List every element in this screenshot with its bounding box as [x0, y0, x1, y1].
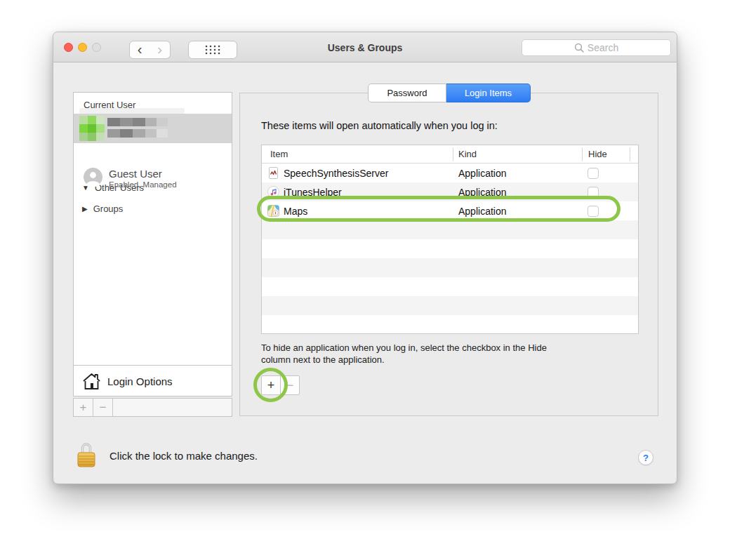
- table-row-empty: [262, 239, 638, 258]
- table-row-empty: [262, 277, 638, 296]
- table-row[interactable]: iTunesHelper Application: [262, 182, 638, 201]
- sidebar-footer-bar: + −: [73, 398, 232, 417]
- tab-password[interactable]: Password: [368, 84, 446, 102]
- sidebar-item-guest-user[interactable]: Guest User Enabled, Managed: [84, 168, 177, 189]
- disclosure-triangle-right-icon[interactable]: ▶: [82, 205, 88, 213]
- close-window-button[interactable]: [64, 43, 73, 52]
- sidebar-item-groups[interactable]: ▶ Groups: [82, 204, 123, 214]
- table-row[interactable]: SpeechSynthesisServer Application: [262, 164, 638, 182]
- redaction-blur: [79, 108, 185, 114]
- chevron-right-icon: ›: [157, 42, 162, 56]
- current-user-avatar-redacted: [79, 116, 105, 141]
- guest-user-status: Enabled, Managed: [109, 180, 177, 189]
- screenshot-canvas: ‹ › Users & Groups: [0, 0, 730, 560]
- login-options-label: Login Options: [107, 375, 173, 387]
- hide-checkbox[interactable]: [588, 206, 599, 217]
- hide-checkbox[interactable]: [588, 168, 599, 179]
- guest-user-name: Guest User: [109, 168, 177, 180]
- remove-user-button[interactable]: −: [93, 399, 113, 416]
- search-icon: [574, 43, 584, 53]
- minus-icon: −: [286, 378, 294, 393]
- column-divider: [630, 147, 630, 161]
- table-row-empty: [262, 315, 638, 334]
- login-item-name: iTunesHelper: [284, 187, 342, 198]
- hide-checkbox[interactable]: [588, 187, 599, 198]
- search-placeholder: Search: [588, 42, 618, 53]
- sidebar-footer-spacer: [113, 399, 232, 416]
- table-header: Item Kind Hide: [262, 145, 638, 164]
- maps-icon: [267, 205, 279, 217]
- login-items-table: Item Kind Hide SpeechSynthesisServer App…: [261, 145, 639, 334]
- forward-button[interactable]: ›: [150, 41, 171, 59]
- title-bar[interactable]: ‹ › Users & Groups: [53, 32, 677, 62]
- users-groups-window: ‹ › Users & Groups: [53, 32, 677, 484]
- home-icon: [82, 373, 101, 390]
- lock-icon[interactable]: [77, 441, 96, 468]
- show-all-preferences-button[interactable]: [188, 41, 237, 59]
- lock-hint-text: Click the lock to make changes.: [109, 450, 258, 462]
- minimize-window-button[interactable]: [78, 43, 87, 52]
- plus-icon: +: [267, 378, 275, 393]
- minus-icon: −: [100, 401, 107, 415]
- sidebar-item-login-options[interactable]: Login Options: [74, 365, 232, 396]
- guest-user-avatar-icon: [84, 168, 102, 187]
- table-row-empty: [262, 258, 638, 277]
- column-header-hide[interactable]: Hide: [588, 149, 607, 159]
- tab-password-label: Password: [387, 88, 427, 98]
- login-item-kind: Application: [458, 187, 507, 198]
- login-items-panel: These items will open automatically when…: [239, 93, 658, 416]
- hide-hint-line1: To hide an application when you log in, …: [261, 342, 547, 354]
- tab-login-items[interactable]: Login Items: [446, 84, 531, 102]
- speech-synthesis-icon: [267, 167, 279, 179]
- hide-hint-line2: column next to the application.: [261, 354, 547, 366]
- table-row-empty: [262, 296, 638, 315]
- column-divider: [453, 147, 453, 161]
- column-divider: [582, 147, 583, 161]
- column-header-item[interactable]: Item: [270, 149, 288, 159]
- tab-bar: Password Login Items: [368, 84, 531, 102]
- groups-label: Groups: [93, 204, 124, 214]
- question-mark-icon: ?: [643, 453, 649, 463]
- back-button[interactable]: ‹: [129, 41, 150, 59]
- add-login-item-button[interactable]: +: [261, 375, 281, 395]
- login-items-intro-text: These items will open automatically when…: [261, 120, 498, 131]
- chevron-left-icon: ‹: [138, 42, 142, 56]
- table-row-empty: [262, 220, 638, 239]
- help-button[interactable]: ?: [638, 450, 653, 465]
- tab-login-items-label: Login Items: [465, 88, 512, 98]
- user-list-sidebar: Current User ▼ Other Users: [73, 92, 232, 396]
- grid-icon: [205, 45, 220, 55]
- add-user-button[interactable]: +: [74, 399, 93, 416]
- plus-icon: +: [80, 401, 87, 415]
- current-user-name-redacted: [107, 118, 185, 139]
- login-item-name: Maps: [284, 206, 307, 217]
- itunes-helper-icon: [267, 186, 279, 198]
- remove-login-item-button[interactable]: −: [280, 375, 300, 395]
- hide-hint-text: To hide an application when you log in, …: [261, 342, 547, 366]
- login-item-kind: Application: [458, 206, 507, 217]
- column-header-kind[interactable]: Kind: [458, 149, 477, 159]
- search-input[interactable]: Search: [522, 39, 671, 56]
- login-item-name: SpeechSynthesisServer: [284, 168, 388, 179]
- current-user-row-selected[interactable]: [74, 114, 232, 143]
- table-row-maps[interactable]: Maps Application: [262, 201, 638, 220]
- zoom-window-button: [92, 43, 101, 52]
- login-item-kind: Application: [458, 168, 507, 179]
